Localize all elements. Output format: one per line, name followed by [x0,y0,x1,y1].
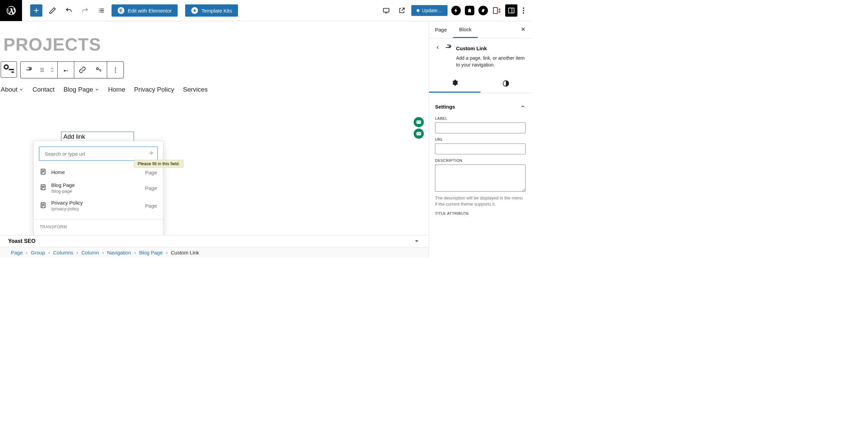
description-field-label: DESCRIPTION [435,158,526,162]
page-icon [40,202,46,210]
block-more-button[interactable] [107,62,123,78]
settings-accordion-header[interactable]: Settings [435,98,526,112]
link-button[interactable] [74,62,91,78]
nav-item-about[interactable]: About [1,86,24,93]
unsaved-dot-icon [417,9,419,12]
view-desktop-button[interactable] [380,4,392,17]
link-item[interactable]: Privacy Policy /privacy-policy Page [34,197,163,214]
block-header: Custom Link [435,44,526,53]
pin-button[interactable] [58,62,74,78]
presence-avatars [414,117,424,139]
select-parent-button[interactable] [1,61,17,78]
title-attr-field-label: TITLE ATTRIBUTE [435,211,526,215]
back-button[interactable] [435,45,440,52]
svg-point-5 [42,68,43,69]
block-breadcrumb: Page› Group› Columns› Column› Navigation… [0,247,429,258]
preview-button[interactable] [396,4,408,17]
link-suggestions-list: Home Page Blog Page /blog-page Page Priv… [34,166,163,215]
settings-sidebar: Page Block Custom Link Add a page, link,… [429,21,532,258]
svg-point-3 [4,65,8,69]
svg-point-6 [41,70,42,71]
nav-item-home[interactable]: Home [108,86,125,93]
redo-button[interactable] [79,4,91,17]
more-options-button[interactable] [521,5,526,16]
tab-page[interactable]: Page [429,22,453,37]
custom-link-icon [445,44,452,53]
validation-tooltip: Please fill in this field. [134,160,183,168]
search-url-input[interactable] [39,147,158,161]
template-kits-icon [191,7,198,14]
link-item[interactable]: Blog Page /blog-page Page [34,179,163,197]
transform-heading: TRANSFORM [34,225,163,233]
breadcrumb-current: Custom Link [171,250,199,255]
yoast-seo-panel[interactable]: Yoast SEO [0,235,429,247]
yoast-icon[interactable] [492,5,502,16]
nav-item-contact[interactable]: Contact [33,86,55,93]
main-area: PROJECTS [0,21,532,258]
plugin-icon-2[interactable] [465,5,475,16]
wordpress-logo[interactable] [0,0,22,21]
subtab-settings[interactable] [429,75,480,93]
svg-rect-0 [383,8,389,12]
move-updown-button[interactable] [47,62,57,78]
description-field-input[interactable] [435,165,526,192]
toolbar-right: Update… [380,4,532,17]
update-button[interactable]: Update… [411,5,448,16]
description-help-text: The description will be displayed in the… [435,195,526,207]
svg-point-10 [97,68,99,70]
list-view-button[interactable] [95,4,107,17]
breadcrumb-link[interactable]: Column [81,250,99,255]
label-field-input[interactable] [435,122,526,133]
page-icon [40,184,46,192]
breadcrumb-link[interactable]: Navigation [107,250,131,255]
avatar[interactable] [414,129,424,139]
page-icon [40,168,46,176]
nav-item-blog-page[interactable]: Blog Page [63,86,99,93]
toolbar-left: E Edit with Elementor Template Kits [22,4,238,17]
tab-block[interactable]: Block [453,22,478,38]
subtab-styles[interactable] [480,75,532,93]
svg-point-8 [41,71,42,72]
template-kits-button[interactable]: Template Kits [185,4,238,17]
svg-point-4 [41,68,42,69]
elementor-btn-label: Edit with Elementor [128,8,172,14]
undo-button[interactable] [63,4,75,17]
nav-item-privacy[interactable]: Privacy Policy [134,86,174,93]
breadcrumb-link[interactable]: Group [31,250,45,255]
yoast-label: Yoast SEO [8,238,36,244]
plugin-icon-1[interactable] [451,5,461,16]
sidebar-toggle-button[interactable] [505,4,517,17]
top-toolbar: E Edit with Elementor Template Kits Upda… [0,0,532,21]
svg-rect-27 [416,120,421,124]
url-field-label: URL [435,137,526,141]
nav-item-services[interactable]: Services [183,86,208,93]
svg-point-29 [419,121,420,122]
submit-url-icon[interactable] [147,150,154,158]
edit-tool-button[interactable] [46,4,59,17]
submenu-button[interactable] [91,62,107,78]
plugin-icon-3[interactable] [478,5,488,16]
edit-with-elementor-button[interactable]: E Edit with Elementor [112,4,178,17]
svg-point-31 [417,133,418,134]
label-field-label: LABEL [435,116,526,120]
block-description: Add a page, link, or another item to you… [456,55,526,69]
link-item[interactable]: Home Page [34,166,163,179]
breadcrumb-link[interactable]: Page [11,250,23,255]
breadcrumb-link[interactable]: Columns [53,250,73,255]
elementor-icon: E [118,7,124,14]
svg-point-7 [42,70,43,71]
block-type-button[interactable] [21,62,37,78]
close-sidebar-button[interactable] [515,26,532,34]
breadcrumb-link[interactable]: Blog Page [139,250,163,255]
svg-point-28 [417,121,418,122]
avatar[interactable] [414,117,424,127]
svg-rect-30 [416,132,421,135]
page-title: PROJECTS [0,21,429,61]
add-block-button[interactable] [30,4,42,17]
drag-handle-button[interactable] [37,62,47,78]
block-toolbar [20,61,124,78]
editor-canvas: PROJECTS [0,21,429,258]
navigation-menu: About Contact Blog Page Home Privacy Pol… [0,78,429,93]
url-field-input[interactable] [435,143,526,154]
block-toolbar-row [1,61,429,78]
